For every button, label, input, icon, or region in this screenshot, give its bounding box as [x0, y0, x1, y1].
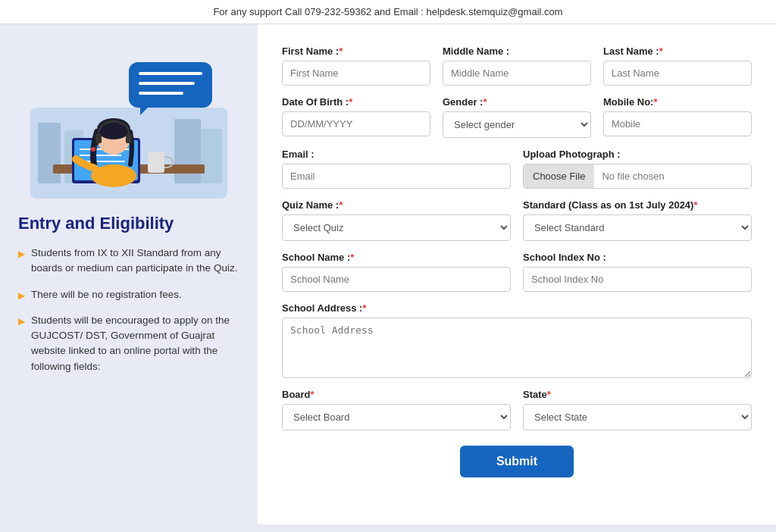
gender-label: Gender :* [443, 96, 591, 108]
gender-select[interactable]: Select gender Male Female Other [443, 111, 591, 138]
quiz-group: Quiz Name :* Select Quiz [282, 199, 511, 241]
state-select[interactable]: Select State Gujarat Maharashtra Rajasth… [523, 404, 752, 430]
state-group: State* Select State Gujarat Maharashtra … [523, 389, 752, 430]
last-name-input[interactable] [603, 61, 752, 86]
left-heading: Entry and Eligibility [18, 214, 174, 233]
left-panel: Entry and Eligibility Students from IX t… [0, 24, 258, 524]
quiz-standard-row: Quiz Name :* Select Quiz Standard (Class… [282, 199, 752, 241]
school-name-label: School Name :* [282, 252, 511, 263]
school-address-row: School Address :* [282, 302, 752, 378]
name-row: First Name :* Middle Name : Last Name :* [282, 45, 752, 86]
svg-point-23 [91, 147, 95, 152]
school-index-label: School Index No : [523, 252, 752, 263]
svg-rect-16 [148, 152, 164, 173]
bullet-list: Students from IX to XII Standard from an… [18, 246, 239, 385]
middle-name-group: Middle Name : [443, 45, 591, 86]
school-index-input[interactable] [523, 267, 752, 292]
standard-label: Standard (Class as on 1st July 2024)* [523, 199, 752, 211]
board-state-row: Board* Select Board GSEB CBSE ICSE State… [282, 389, 752, 430]
last-name-label: Last Name :* [603, 45, 752, 57]
main-layout: Entry and Eligibility Students from IX t… [0, 24, 776, 524]
registration-form: First Name :* Middle Name : Last Name :* [258, 24, 776, 524]
upload-group: Upload Photograph : Choose File No file … [523, 149, 752, 189]
standard-select[interactable]: Select Standard IX X XI XII [523, 214, 752, 241]
dob-input[interactable] [282, 111, 430, 136]
support-text: For any support Call 079-232-59362 and E… [213, 6, 562, 17]
email-input[interactable] [282, 164, 511, 189]
mobile-group: Mobile No:* [603, 96, 752, 138]
first-name-input[interactable] [282, 61, 430, 86]
bullet-item-2: There will be no registration fees. [18, 287, 239, 302]
gender-group: Gender :* Select gender Male Female Othe… [443, 96, 591, 138]
first-name-group: First Name :* [282, 45, 430, 86]
svg-rect-20 [95, 134, 102, 143]
board-label: Board* [282, 389, 511, 400]
mobile-input[interactable] [603, 111, 752, 136]
svg-rect-3 [174, 119, 201, 183]
email-group: Email : [282, 149, 511, 189]
school-address-label: School Address :* [282, 302, 752, 314]
standard-group: Standard (Class as on 1st July 2024)* Se… [523, 199, 752, 241]
dob-gender-mobile-row: Date Of Birth :* Gender :* Select gender… [282, 96, 752, 138]
submit-button[interactable]: Submit [460, 446, 574, 477]
submit-row: Submit [282, 446, 752, 477]
mobile-label: Mobile No:* [603, 96, 752, 108]
quiz-label: Quiz Name :* [282, 199, 511, 211]
dob-label: Date Of Birth :* [282, 96, 430, 108]
svg-rect-4 [201, 129, 222, 183]
quiz-select[interactable]: Select Quiz [282, 214, 511, 241]
board-group: Board* Select Board GSEB CBSE ICSE [282, 389, 511, 430]
school-index-group: School Index No : [523, 252, 752, 292]
choose-file-button[interactable]: Choose File [524, 164, 594, 188]
svg-rect-21 [126, 134, 132, 143]
upload-label: Upload Photograph : [523, 149, 752, 160]
illustration [18, 47, 239, 199]
state-label: State* [523, 389, 752, 400]
dob-group: Date Of Birth :* [282, 96, 430, 138]
first-name-label: First Name :* [282, 45, 430, 57]
email-label: Email : [282, 149, 511, 160]
svg-rect-1 [38, 123, 61, 183]
email-upload-row: Email : Upload Photograph : Choose File … [282, 149, 752, 189]
school-name-input[interactable] [282, 267, 511, 292]
bullet-item-3: Students will be encouraged to apply on … [18, 313, 239, 374]
school-name-index-row: School Name :* School Index No : [282, 252, 752, 292]
no-file-chosen-text: No file chosen [594, 164, 751, 188]
middle-name-label: Middle Name : [443, 45, 591, 57]
school-name-group: School Name :* [282, 252, 511, 292]
board-select[interactable]: Select Board GSEB CBSE ICSE [282, 404, 511, 430]
middle-name-input[interactable] [443, 61, 591, 86]
last-name-group: Last Name :* [603, 45, 752, 86]
file-upload-wrapper: Choose File No file chosen [523, 164, 752, 189]
bullet-item-1: Students from IX to XII Standard from an… [18, 246, 239, 277]
school-address-input[interactable] [282, 318, 752, 378]
top-support-bar: For any support Call 079-232-59362 and E… [0, 0, 776, 24]
school-address-group: School Address :* [282, 302, 752, 378]
